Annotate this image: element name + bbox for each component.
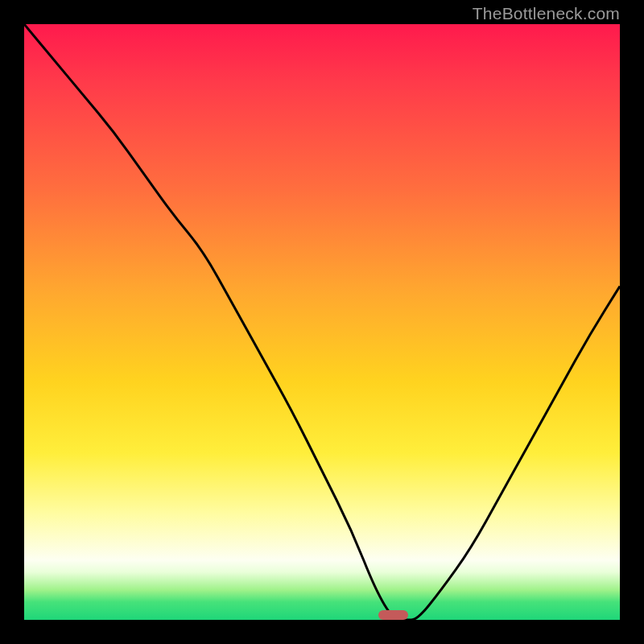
plot-area bbox=[24, 24, 620, 620]
bottleneck-curve bbox=[24, 24, 620, 620]
chart-frame: TheBottleneck.com bbox=[0, 0, 644, 644]
watermark: TheBottleneck.com bbox=[473, 5, 620, 22]
optimal-marker bbox=[378, 610, 408, 620]
